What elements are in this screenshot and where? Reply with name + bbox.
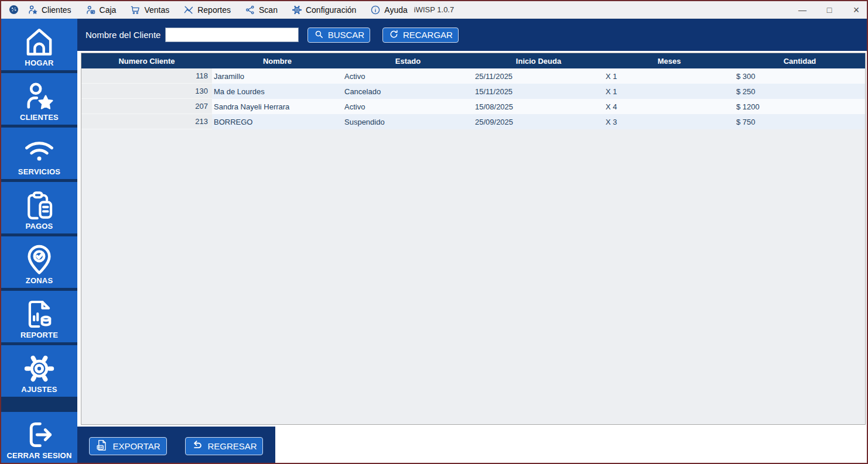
wifi-icon — [22, 135, 56, 167]
client-name-label: Nombre del Cliente — [86, 30, 160, 40]
table-cell: X 4 — [604, 99, 734, 114]
search-icon — [314, 29, 324, 41]
menubar-item-caja[interactable]: Caja — [86, 5, 117, 15]
home-icon — [22, 26, 56, 59]
main-area: Nombre del Cliente BUSCAR RECARGAR Numer… — [77, 19, 867, 463]
info-circle-icon — [370, 5, 381, 15]
app-icon — [8, 4, 19, 15]
gear-icon — [292, 5, 302, 15]
clipboard-card-icon — [22, 189, 56, 222]
table-cell: Ma de Lourdes — [212, 84, 343, 99]
buscar-button[interactable]: BUSCAR — [307, 28, 370, 43]
person-star-icon — [28, 5, 38, 15]
share-nodes-icon — [245, 5, 255, 15]
row-number-cell: 118 — [81, 68, 212, 84]
return-icon — [191, 439, 203, 453]
sidebar-item-pagos[interactable]: PAGOS — [1, 182, 77, 233]
table-cell: $ 300 — [734, 68, 865, 84]
sidebar-item-reporte[interactable]: REPORTE — [1, 291, 77, 342]
column-header-meses[interactable]: Meses — [604, 53, 734, 68]
window-title: iWISP 1.0.7 — [414, 5, 454, 14]
footer-panel: PDF EXPORTAR REGRESAR — [77, 427, 275, 463]
table-cell: X 3 — [604, 114, 734, 129]
row-number-cell: 213 — [81, 114, 212, 129]
table-cell: 15/08/2025 — [473, 99, 604, 114]
table-cell: Activo — [343, 68, 473, 84]
recargar-label: RECARGAR — [403, 30, 453, 40]
table-cell: BORREGO — [212, 114, 343, 129]
column-header-estado[interactable]: Estado — [343, 53, 473, 68]
app-window: ClientesCajaVentasReportesScanConfigurac… — [0, 0, 868, 464]
sidebar-item-cerrar-sesion[interactable]: CERRAR SESION — [1, 412, 77, 463]
titlebar: ClientesCajaVentasReportesScanConfigurac… — [1, 1, 867, 19]
buscar-label: BUSCAR — [328, 30, 365, 40]
table-cell: Jaramillo — [212, 68, 343, 84]
row-number-cell: 207 — [81, 99, 212, 114]
maximize-button[interactable]: □ — [825, 5, 834, 15]
sidebar-item-hogar[interactable]: HOGAR — [1, 19, 77, 70]
column-header-cantidad[interactable]: Cantidad — [734, 53, 865, 68]
menubar-item-reportes[interactable]: Reportes — [183, 5, 231, 15]
sidebar-item-zonas[interactable]: ZONAS — [1, 236, 77, 288]
regresar-label: REGRESAR — [207, 441, 257, 451]
recargar-button[interactable]: RECARGAR — [382, 28, 459, 43]
pdf-icon: PDF — [95, 439, 108, 453]
logout-icon — [22, 418, 56, 451]
refresh-icon — [389, 29, 399, 41]
table-row[interactable]: 213BORREGOSuspendido25/09/2025X 3$ 750 — [81, 114, 865, 129]
exportar-button[interactable]: PDF EXPORTAR — [89, 437, 167, 455]
map-pin-check-icon — [22, 243, 56, 276]
table-cell: $ 250 — [734, 84, 865, 99]
column-header-nombre[interactable]: Nombre — [212, 53, 343, 68]
menubar-item-clientes[interactable]: Clientes — [28, 5, 71, 15]
table-row[interactable]: 118JaramilloActivo25/11/2025X 1$ 300 — [81, 68, 865, 84]
table-row[interactable]: 207Sandra Nayeli HerraraActivo15/08/2025… — [81, 99, 865, 114]
minimize-button[interactable]: — — [798, 5, 807, 15]
report-doc-icon — [22, 298, 56, 331]
table-cell: X 1 — [604, 84, 734, 99]
close-button[interactable]: × — [852, 4, 861, 16]
menubar-item-scan[interactable]: Scan — [245, 5, 278, 15]
menubar-item-ventas[interactable]: Ventas — [130, 5, 169, 15]
cart-icon — [130, 5, 141, 15]
person-star-icon — [22, 80, 56, 113]
table-cell: $ 1200 — [734, 99, 865, 114]
sidebar-item-clientes[interactable]: CLIENTES — [1, 73, 77, 125]
bottom-bar: PDF EXPORTAR REGRESAR — [77, 427, 867, 463]
sidebar-item-ajustes[interactable]: AJUSTES — [1, 345, 77, 397]
person-card-icon — [86, 5, 96, 15]
clients-table: Numero ClienteNombreEstadoInicio DeudaMe… — [81, 53, 866, 425]
table-cell: $ 750 — [734, 114, 865, 129]
table-row[interactable]: 130Ma de LourdesCancelado15/11/2025X 1$ … — [81, 84, 865, 99]
sidebar: HOGARCLIENTESSERVICIOSPAGOSZONASREPORTEA… — [1, 19, 77, 463]
table-zone: Numero ClienteNombreEstadoInicio DeudaMe… — [77, 51, 867, 427]
column-header-inicio-deuda[interactable]: Inicio Deuda — [473, 53, 604, 68]
regresar-button[interactable]: REGRESAR — [185, 437, 263, 455]
table-cell: X 1 — [604, 68, 734, 84]
table-cell: Sandra Nayeli Herrara — [212, 99, 343, 114]
signal-slash-icon — [183, 5, 194, 15]
table-cell: 25/09/2025 — [473, 114, 604, 129]
table-cell: Activo — [343, 99, 473, 114]
table-cell: 15/11/2025 — [473, 84, 604, 99]
table-cell: Cancelado — [343, 84, 473, 99]
menubar-item-configuraci-n[interactable]: Configuración — [292, 5, 356, 15]
gear-icon — [22, 352, 56, 385]
sidebar-item-servicios[interactable]: SERVICIOS — [1, 128, 77, 179]
table-cell: Suspendido — [343, 114, 473, 129]
table-cell: 25/11/2025 — [473, 68, 604, 84]
sidebar-gap — [1, 400, 77, 409]
search-panel: Nombre del Cliente BUSCAR RECARGAR — [77, 19, 867, 51]
row-number-cell: 130 — [81, 84, 212, 99]
column-header-numero-cliente[interactable]: Numero Cliente — [81, 53, 212, 68]
client-name-input[interactable] — [165, 28, 299, 42]
exportar-label: EXPORTAR — [112, 441, 160, 451]
svg-text:PDF: PDF — [98, 446, 103, 449]
menubar-item-ayuda[interactable]: Ayuda — [370, 5, 407, 15]
table-header-row: Numero ClienteNombreEstadoInicio DeudaMe… — [81, 53, 865, 68]
